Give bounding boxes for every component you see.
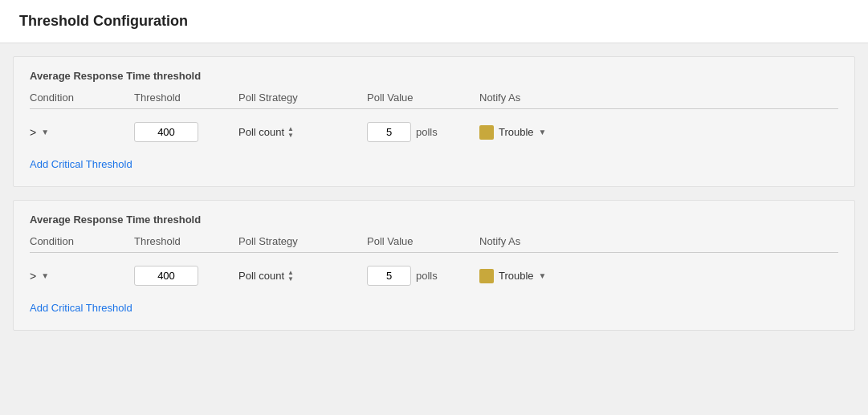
threshold-cell-1 bbox=[134, 122, 238, 142]
notify-color-swatch-1 bbox=[479, 125, 494, 140]
condition-cell-2: > ▼ bbox=[30, 270, 134, 283]
poll-strategy-cell-1: Poll count ▲ ▼ bbox=[238, 126, 367, 139]
header-notify-as-2: Notify As bbox=[479, 235, 640, 247]
section-1-heading: Average Response Time threshold bbox=[30, 70, 838, 82]
threshold-table-1: Condition Threshold Poll Strategy Poll V… bbox=[30, 92, 838, 149]
poll-value-input-2[interactable] bbox=[367, 266, 411, 286]
poll-strategy-spinner-2[interactable]: ▲ ▼ bbox=[287, 270, 294, 283]
header-row-2: Condition Threshold Poll Strategy Poll V… bbox=[30, 235, 838, 253]
header-threshold-1: Threshold bbox=[134, 92, 238, 104]
threshold-input-1[interactable] bbox=[134, 122, 198, 142]
threshold-cell-2 bbox=[134, 266, 238, 286]
header-poll-strategy-2: Poll Strategy bbox=[238, 235, 367, 247]
notify-label-1: Trouble bbox=[499, 126, 534, 138]
poll-strategy-select-2[interactable]: Poll count ▲ ▼ bbox=[238, 270, 367, 283]
notify-dropdown-arrow-2[interactable]: ▼ bbox=[539, 271, 547, 280]
condition-cell-1: > ▼ bbox=[30, 126, 134, 139]
threshold-table-2: Condition Threshold Poll Strategy Poll V… bbox=[30, 235, 838, 292]
add-critical-link-2[interactable]: Add Critical Threshold bbox=[30, 302, 132, 314]
header-condition-1: Condition bbox=[30, 92, 134, 104]
page-title-bar: Threshold Configuration bbox=[0, 0, 868, 43]
header-poll-value-2: Poll Value bbox=[367, 235, 479, 247]
polls-label-1: polls bbox=[416, 126, 438, 138]
poll-value-cell-1: polls bbox=[367, 122, 479, 142]
poll-strategy-spinner-1[interactable]: ▲ ▼ bbox=[287, 126, 294, 139]
data-row-2: > ▼ Poll count ▲ ▼ bbox=[30, 259, 838, 292]
notify-as-select-1[interactable]: Trouble ▼ bbox=[479, 125, 640, 140]
notify-label-2: Trouble bbox=[499, 270, 534, 282]
threshold-section-1: Average Response Time threshold Conditio… bbox=[13, 56, 855, 187]
condition-symbol-1: > bbox=[30, 126, 36, 139]
section-2-heading: Average Response Time threshold bbox=[30, 214, 838, 226]
poll-strategy-label-1: Poll count bbox=[238, 126, 284, 138]
header-condition-2: Condition bbox=[30, 235, 134, 247]
condition-dropdown-arrow-2[interactable]: ▼ bbox=[41, 271, 49, 280]
notify-as-cell-1: Trouble ▼ bbox=[479, 125, 640, 140]
page-title: Threshold Configuration bbox=[19, 13, 188, 29]
condition-select-1[interactable]: > ▼ bbox=[30, 126, 134, 139]
header-poll-strategy-1: Poll Strategy bbox=[238, 92, 367, 104]
header-row-1: Condition Threshold Poll Strategy Poll V… bbox=[30, 92, 838, 109]
poll-value-wrapper-1: polls bbox=[367, 122, 479, 142]
header-notify-as-1: Notify As bbox=[479, 92, 640, 104]
notify-as-cell-2: Trouble ▼ bbox=[479, 269, 640, 283]
notify-as-select-2[interactable]: Trouble ▼ bbox=[479, 269, 640, 283]
header-poll-value-1: Poll Value bbox=[367, 92, 479, 104]
threshold-section-2: Average Response Time threshold Conditio… bbox=[13, 200, 855, 331]
header-threshold-2: Threshold bbox=[134, 235, 238, 247]
notify-dropdown-arrow-1[interactable]: ▼ bbox=[539, 128, 547, 136]
polls-label-2: polls bbox=[416, 270, 438, 282]
poll-value-cell-2: polls bbox=[367, 266, 479, 286]
threshold-input-2[interactable] bbox=[134, 266, 198, 286]
poll-strategy-cell-2: Poll count ▲ ▼ bbox=[238, 270, 367, 283]
condition-select-2[interactable]: > ▼ bbox=[30, 270, 134, 283]
notify-color-swatch-2 bbox=[479, 269, 494, 283]
condition-dropdown-arrow-1[interactable]: ▼ bbox=[41, 128, 49, 136]
condition-symbol-2: > bbox=[30, 270, 36, 283]
page-wrapper: Threshold Configuration Average Response… bbox=[0, 0, 868, 415]
poll-strategy-label-2: Poll count bbox=[238, 270, 284, 282]
add-critical-link-1[interactable]: Add Critical Threshold bbox=[30, 158, 132, 170]
data-row-1: > ▼ Poll count ▲ ▼ bbox=[30, 116, 838, 149]
poll-strategy-select-1[interactable]: Poll count ▲ ▼ bbox=[238, 126, 367, 139]
poll-value-input-1[interactable] bbox=[367, 122, 411, 142]
poll-value-wrapper-2: polls bbox=[367, 266, 479, 286]
